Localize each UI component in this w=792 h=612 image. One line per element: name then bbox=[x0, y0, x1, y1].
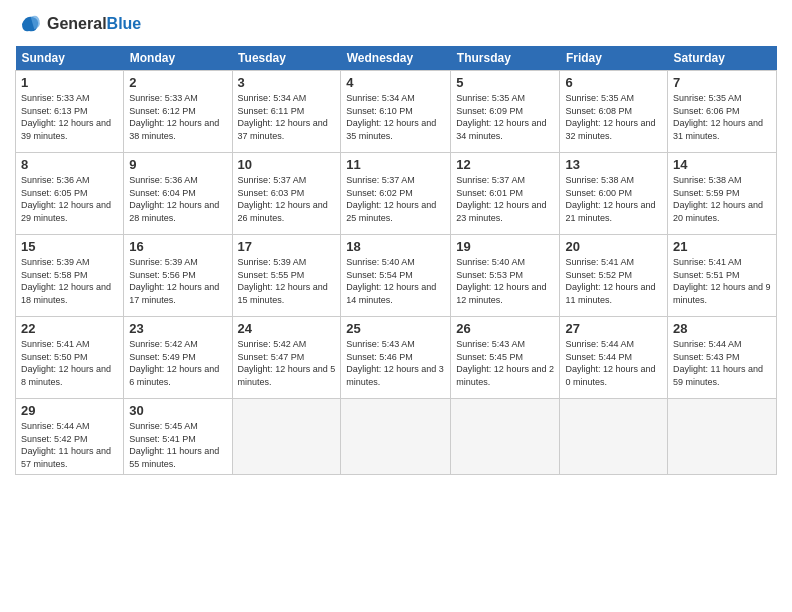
calendar-cell: 10 Sunrise: 5:37 AM Sunset: 6:03 PM Dayl… bbox=[232, 153, 341, 235]
calendar-cell: 13 Sunrise: 5:38 AM Sunset: 6:00 PM Dayl… bbox=[560, 153, 668, 235]
day-info: Sunrise: 5:40 AM Sunset: 5:54 PM Dayligh… bbox=[346, 256, 445, 306]
day-info: Sunrise: 5:37 AM Sunset: 6:02 PM Dayligh… bbox=[346, 174, 445, 224]
calendar-cell bbox=[341, 399, 451, 475]
calendar-cell: 1 Sunrise: 5:33 AM Sunset: 6:13 PM Dayli… bbox=[16, 71, 124, 153]
col-header-monday: Monday bbox=[124, 46, 232, 71]
col-header-wednesday: Wednesday bbox=[341, 46, 451, 71]
week-row-3: 15 Sunrise: 5:39 AM Sunset: 5:58 PM Dayl… bbox=[16, 235, 777, 317]
calendar-cell: 8 Sunrise: 5:36 AM Sunset: 6:05 PM Dayli… bbox=[16, 153, 124, 235]
day-number: 8 bbox=[21, 157, 118, 172]
calendar-cell: 14 Sunrise: 5:38 AM Sunset: 5:59 PM Dayl… bbox=[668, 153, 777, 235]
day-info: Sunrise: 5:45 AM Sunset: 5:41 PM Dayligh… bbox=[129, 420, 226, 470]
day-number: 16 bbox=[129, 239, 226, 254]
day-info: Sunrise: 5:42 AM Sunset: 5:47 PM Dayligh… bbox=[238, 338, 336, 388]
day-number: 10 bbox=[238, 157, 336, 172]
calendar-cell: 27 Sunrise: 5:44 AM Sunset: 5:44 PM Dayl… bbox=[560, 317, 668, 399]
day-number: 1 bbox=[21, 75, 118, 90]
day-number: 20 bbox=[565, 239, 662, 254]
calendar-cell: 22 Sunrise: 5:41 AM Sunset: 5:50 PM Dayl… bbox=[16, 317, 124, 399]
calendar-body: 1 Sunrise: 5:33 AM Sunset: 6:13 PM Dayli… bbox=[16, 71, 777, 475]
calendar-cell: 4 Sunrise: 5:34 AM Sunset: 6:10 PM Dayli… bbox=[341, 71, 451, 153]
day-number: 4 bbox=[346, 75, 445, 90]
calendar-cell: 29 Sunrise: 5:44 AM Sunset: 5:42 PM Dayl… bbox=[16, 399, 124, 475]
column-headers: SundayMondayTuesdayWednesdayThursdayFrid… bbox=[16, 46, 777, 71]
week-row-4: 22 Sunrise: 5:41 AM Sunset: 5:50 PM Dayl… bbox=[16, 317, 777, 399]
day-number: 11 bbox=[346, 157, 445, 172]
calendar-cell: 11 Sunrise: 5:37 AM Sunset: 6:02 PM Dayl… bbox=[341, 153, 451, 235]
day-number: 13 bbox=[565, 157, 662, 172]
day-info: Sunrise: 5:44 AM Sunset: 5:44 PM Dayligh… bbox=[565, 338, 662, 388]
calendar-table: SundayMondayTuesdayWednesdayThursdayFrid… bbox=[15, 46, 777, 475]
day-info: Sunrise: 5:42 AM Sunset: 5:49 PM Dayligh… bbox=[129, 338, 226, 388]
day-info: Sunrise: 5:39 AM Sunset: 5:58 PM Dayligh… bbox=[21, 256, 118, 306]
calendar-cell bbox=[560, 399, 668, 475]
calendar-cell: 25 Sunrise: 5:43 AM Sunset: 5:46 PM Dayl… bbox=[341, 317, 451, 399]
calendar-cell: 16 Sunrise: 5:39 AM Sunset: 5:56 PM Dayl… bbox=[124, 235, 232, 317]
calendar-cell: 21 Sunrise: 5:41 AM Sunset: 5:51 PM Dayl… bbox=[668, 235, 777, 317]
calendar-cell: 15 Sunrise: 5:39 AM Sunset: 5:58 PM Dayl… bbox=[16, 235, 124, 317]
calendar-cell: 5 Sunrise: 5:35 AM Sunset: 6:09 PM Dayli… bbox=[451, 71, 560, 153]
day-number: 19 bbox=[456, 239, 554, 254]
day-info: Sunrise: 5:38 AM Sunset: 5:59 PM Dayligh… bbox=[673, 174, 771, 224]
logo-icon bbox=[15, 10, 43, 38]
day-info: Sunrise: 5:34 AM Sunset: 6:10 PM Dayligh… bbox=[346, 92, 445, 142]
week-row-5: 29 Sunrise: 5:44 AM Sunset: 5:42 PM Dayl… bbox=[16, 399, 777, 475]
day-info: Sunrise: 5:44 AM Sunset: 5:43 PM Dayligh… bbox=[673, 338, 771, 388]
calendar-cell: 23 Sunrise: 5:42 AM Sunset: 5:49 PM Dayl… bbox=[124, 317, 232, 399]
day-info: Sunrise: 5:33 AM Sunset: 6:12 PM Dayligh… bbox=[129, 92, 226, 142]
day-info: Sunrise: 5:43 AM Sunset: 5:46 PM Dayligh… bbox=[346, 338, 445, 388]
day-number: 30 bbox=[129, 403, 226, 418]
calendar-cell: 24 Sunrise: 5:42 AM Sunset: 5:47 PM Dayl… bbox=[232, 317, 341, 399]
day-number: 26 bbox=[456, 321, 554, 336]
logo-text: GeneralBlue bbox=[47, 15, 141, 33]
col-header-tuesday: Tuesday bbox=[232, 46, 341, 71]
main-container: GeneralBlue SundayMondayTuesdayWednesday… bbox=[0, 0, 792, 485]
day-info: Sunrise: 5:37 AM Sunset: 6:03 PM Dayligh… bbox=[238, 174, 336, 224]
calendar-cell: 2 Sunrise: 5:33 AM Sunset: 6:12 PM Dayli… bbox=[124, 71, 232, 153]
day-info: Sunrise: 5:41 AM Sunset: 5:52 PM Dayligh… bbox=[565, 256, 662, 306]
day-number: 29 bbox=[21, 403, 118, 418]
col-header-thursday: Thursday bbox=[451, 46, 560, 71]
col-header-sunday: Sunday bbox=[16, 46, 124, 71]
logo: GeneralBlue bbox=[15, 10, 141, 38]
day-number: 24 bbox=[238, 321, 336, 336]
day-info: Sunrise: 5:41 AM Sunset: 5:50 PM Dayligh… bbox=[21, 338, 118, 388]
day-number: 18 bbox=[346, 239, 445, 254]
day-number: 9 bbox=[129, 157, 226, 172]
day-info: Sunrise: 5:36 AM Sunset: 6:05 PM Dayligh… bbox=[21, 174, 118, 224]
calendar-cell bbox=[451, 399, 560, 475]
day-info: Sunrise: 5:41 AM Sunset: 5:51 PM Dayligh… bbox=[673, 256, 771, 306]
day-number: 6 bbox=[565, 75, 662, 90]
day-info: Sunrise: 5:38 AM Sunset: 6:00 PM Dayligh… bbox=[565, 174, 662, 224]
day-info: Sunrise: 5:39 AM Sunset: 5:56 PM Dayligh… bbox=[129, 256, 226, 306]
week-row-1: 1 Sunrise: 5:33 AM Sunset: 6:13 PM Dayli… bbox=[16, 71, 777, 153]
calendar-cell bbox=[668, 399, 777, 475]
day-info: Sunrise: 5:35 AM Sunset: 6:06 PM Dayligh… bbox=[673, 92, 771, 142]
day-info: Sunrise: 5:35 AM Sunset: 6:09 PM Dayligh… bbox=[456, 92, 554, 142]
calendar-cell: 6 Sunrise: 5:35 AM Sunset: 6:08 PM Dayli… bbox=[560, 71, 668, 153]
day-number: 3 bbox=[238, 75, 336, 90]
calendar-cell: 9 Sunrise: 5:36 AM Sunset: 6:04 PM Dayli… bbox=[124, 153, 232, 235]
day-number: 23 bbox=[129, 321, 226, 336]
day-info: Sunrise: 5:36 AM Sunset: 6:04 PM Dayligh… bbox=[129, 174, 226, 224]
day-number: 14 bbox=[673, 157, 771, 172]
day-info: Sunrise: 5:33 AM Sunset: 6:13 PM Dayligh… bbox=[21, 92, 118, 142]
calendar-cell bbox=[232, 399, 341, 475]
day-number: 5 bbox=[456, 75, 554, 90]
day-info: Sunrise: 5:43 AM Sunset: 5:45 PM Dayligh… bbox=[456, 338, 554, 388]
day-number: 25 bbox=[346, 321, 445, 336]
header: GeneralBlue bbox=[15, 10, 777, 38]
day-number: 17 bbox=[238, 239, 336, 254]
calendar-cell: 17 Sunrise: 5:39 AM Sunset: 5:55 PM Dayl… bbox=[232, 235, 341, 317]
calendar-cell: 12 Sunrise: 5:37 AM Sunset: 6:01 PM Dayl… bbox=[451, 153, 560, 235]
week-row-2: 8 Sunrise: 5:36 AM Sunset: 6:05 PM Dayli… bbox=[16, 153, 777, 235]
calendar-cell: 28 Sunrise: 5:44 AM Sunset: 5:43 PM Dayl… bbox=[668, 317, 777, 399]
calendar-cell: 18 Sunrise: 5:40 AM Sunset: 5:54 PM Dayl… bbox=[341, 235, 451, 317]
day-info: Sunrise: 5:34 AM Sunset: 6:11 PM Dayligh… bbox=[238, 92, 336, 142]
calendar-cell: 30 Sunrise: 5:45 AM Sunset: 5:41 PM Dayl… bbox=[124, 399, 232, 475]
day-number: 2 bbox=[129, 75, 226, 90]
day-info: Sunrise: 5:44 AM Sunset: 5:42 PM Dayligh… bbox=[21, 420, 118, 470]
day-info: Sunrise: 5:40 AM Sunset: 5:53 PM Dayligh… bbox=[456, 256, 554, 306]
day-number: 28 bbox=[673, 321, 771, 336]
col-header-saturday: Saturday bbox=[668, 46, 777, 71]
